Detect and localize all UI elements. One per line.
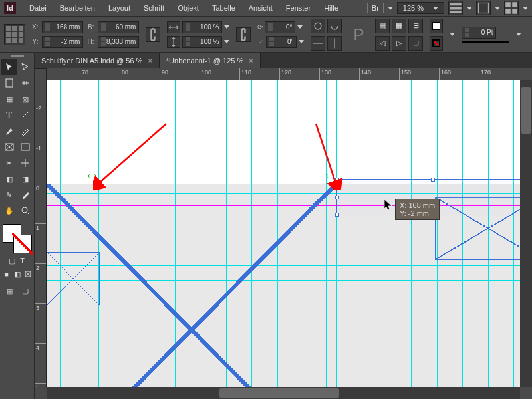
close-icon[interactable]: × [148,57,152,65]
scale-y-input[interactable]: 100 % [182,36,222,48]
width-input[interactable]: 60 mm [98,21,139,33]
content-placer-tool[interactable]: ▧ [17,91,33,107]
screen-mode-icon[interactable] [476,1,491,15]
gap-tool[interactable] [17,75,33,91]
pen-tool[interactable] [1,123,17,139]
tab-unbenannt[interactable]: *Unbenannt-1 @ 125 %× [160,53,261,68]
menu-layout[interactable]: Layout [102,1,137,15]
selection-tool[interactable] [1,59,17,75]
bridge-button[interactable]: Br [367,3,384,13]
menu-hilfe[interactable]: Hilfe [317,1,345,15]
chevron-down-icon[interactable] [299,40,304,43]
tools-panel: ▦▧ T ✂ ◧◨ ✎ ✋ ▢T ■◧☒ ▦▢ [0,53,35,399]
dropdown-icon[interactable] [388,7,393,10]
dropdown-icon[interactable] [495,7,500,10]
y-input[interactable]: -2 mm [42,36,83,48]
vertical-ruler[interactable]: -3-2-1012345 [35,80,47,387]
free-transform-tool[interactable] [17,155,33,171]
shear-label: ⟋ [257,38,264,45]
fill-stroke-swatches[interactable] [3,224,32,253]
direct-selection-tool[interactable] [17,59,33,75]
view-options-icon[interactable] [448,1,463,15]
chevron-down-icon[interactable] [224,25,229,29]
menu-tabelle[interactable]: Tabelle [205,1,242,15]
ruler-origin[interactable] [35,68,47,80]
tab-schulflyer[interactable]: Schulflyer DIN A5.indd @ 56 %× [35,53,160,68]
document-area: Schulflyer DIN A5.indd @ 56 %× *Unbenann… [35,53,532,399]
rotation-input[interactable]: 0° [265,21,295,33]
menu-fenster[interactable]: Fenster [279,1,317,15]
select-container-icon[interactable]: ▤ [375,19,390,33]
chevron-down-icon[interactable] [516,33,521,36]
pencil-tool[interactable] [17,123,33,139]
rotate-cw-icon[interactable] [327,19,342,33]
paragraph-style-icon[interactable]: P [348,22,368,47]
scissors-tool[interactable]: ✂ [1,155,17,171]
chevron-down-icon[interactable] [224,40,229,43]
svg-rect-3 [479,3,489,13]
view-mode-normal[interactable]: ▦ [1,283,17,299]
menu-objekt[interactable]: Objekt [171,1,205,15]
scale-y-icon[interactable] [167,36,180,48]
flip-h-icon[interactable] [311,36,325,51]
stroke-weight-input[interactable]: 0 Pt [462,27,496,39]
svg-rect-6 [505,9,511,14]
apply-gradient-icon[interactable]: ◧ [13,269,22,279]
constrain-wh-icon[interactable] [146,27,160,42]
apply-color-icon[interactable]: ■ [2,269,11,279]
chevron-down-icon[interactable] [450,33,455,36]
type-tool[interactable]: T [1,107,17,123]
annotation-arrow [93,120,173,190]
apply-none-icon[interactable]: ☒ [23,269,33,279]
chevron-down-icon[interactable] [297,25,303,29]
scale-x-icon[interactable] [167,21,180,33]
select-next-icon[interactable]: ▷ [392,36,406,51]
constrain-scale-icon[interactable] [236,27,251,42]
arrange-docs-icon[interactable] [504,1,519,15]
eyedropper-tool[interactable] [17,187,33,203]
image-frame[interactable] [47,252,100,305]
formatting-text-icon[interactable]: T [18,256,27,265]
horizontal-scrollbar[interactable] [47,387,520,399]
flip-v-icon[interactable] [327,36,342,51]
x-input[interactable]: 168 mm [42,21,83,33]
shear-input[interactable]: 0° [266,36,297,48]
canvas-viewport[interactable]: ⟷ ⟷ X: 168 mm Y: -2 mm [47,80,520,387]
stroke-style-preview[interactable] [462,41,509,43]
note-tool[interactable]: ✎ [1,187,17,203]
gradient-feather-tool[interactable]: ◨ [17,171,33,187]
hand-tool[interactable]: ✋ [1,203,17,219]
height-input[interactable]: 8,333 mm [98,36,139,48]
line-tool[interactable] [17,107,33,123]
rectangle-frame-tool[interactable] [1,139,17,155]
select-content-icon[interactable]: ▦ [392,19,406,33]
content-collector-tool[interactable]: ▦ [1,91,17,107]
dropdown-icon[interactable] [467,7,472,10]
horizontal-ruler[interactable]: 708090100110120130140150160170180 [47,68,520,80]
zoom-tool[interactable] [17,203,33,219]
page-tool[interactable] [1,75,17,91]
view-mode-preview[interactable]: ▢ [17,283,33,299]
scale-x-input[interactable]: 100 % [182,21,222,33]
menu-ansicht[interactable]: Ansicht [242,1,279,15]
close-icon[interactable]: × [249,57,253,65]
fit-content-icon[interactable]: ⊞ [408,19,423,33]
vertical-scrollbar[interactable] [520,80,532,387]
document-tabs: Schulflyer DIN A5.indd @ 56 %× *Unbenann… [35,53,532,68]
zoom-level-dropdown[interactable]: 125 % [397,2,444,14]
center-content-icon[interactable]: ⊡ [408,36,423,51]
svg-rect-7 [512,9,517,14]
menu-datei[interactable]: Datei [23,1,53,15]
select-prev-icon[interactable]: ◁ [375,36,390,51]
stroke-swatch[interactable] [430,36,443,51]
formatting-container-icon[interactable]: ▢ [7,256,17,265]
dropdown-icon[interactable] [523,7,528,10]
gradient-swatch-tool[interactable]: ◧ [1,171,17,187]
smart-guide-marker: ⟷ [88,172,96,179]
rectangle-tool[interactable] [17,139,33,155]
menu-schrift[interactable]: Schrift [137,1,171,15]
rotate-ccw-icon[interactable] [311,19,325,33]
fill-swatch[interactable] [430,19,443,33]
reference-point-grid[interactable] [4,24,25,45]
menu-bearbeiten[interactable]: Bearbeiten [53,1,102,15]
